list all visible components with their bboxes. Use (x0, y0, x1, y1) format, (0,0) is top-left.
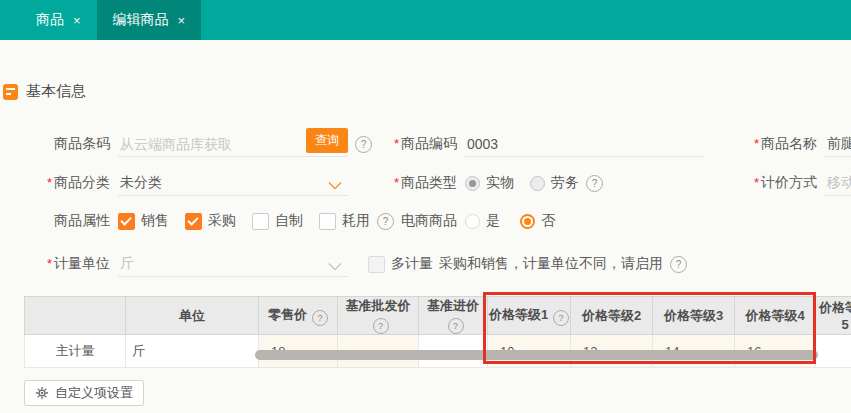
attr-purchase-label: 采购 (208, 212, 236, 230)
radio-physical-icon[interactable] (465, 176, 480, 191)
required-mark: * (754, 136, 759, 151)
unit-select[interactable]: 斤 (118, 251, 348, 277)
type-help-icon[interactable]: ? (586, 175, 603, 192)
required-mark: * (394, 175, 399, 190)
ecommerce-yes-label: 是 (486, 212, 500, 230)
barcode-field: 商品条码 查询 ? (24, 131, 372, 157)
chevron-down-icon (328, 176, 342, 190)
custom-fields-settings-button[interactable]: 自定义项设置 (24, 380, 144, 406)
tab-goods-label: 商品 (36, 11, 64, 29)
col-header-level3: 价格等级3 (653, 297, 735, 335)
note-icon (3, 84, 18, 100)
tab-bar: 商品 × 编辑商品 × (0, 0, 851, 40)
category-select[interactable]: 未分类 (118, 170, 348, 196)
gear-icon (35, 386, 49, 400)
cell-unit: 斤 (126, 335, 259, 368)
code-input[interactable] (465, 136, 705, 152)
attr-sale-option[interactable]: 销售 (118, 212, 185, 230)
checkbox-selfmade-icon[interactable] (252, 213, 269, 230)
tab-goods-close-icon[interactable]: × (73, 14, 81, 27)
basic-info-section-header: 基本信息 (3, 82, 86, 101)
section-title: 基本信息 (26, 82, 86, 101)
ecommerce-no-label: 否 (541, 212, 555, 230)
tab-edit-goods-label: 编辑商品 (113, 11, 169, 29)
multiunit-label: 多计量 (391, 255, 433, 273)
checkbox-multiunit-icon[interactable] (368, 256, 385, 273)
pricing-value: 移动平均 (825, 174, 851, 192)
ecommerce-option-yes[interactable]: 是 (465, 212, 516, 230)
col-header-purchase: 基准进价? (419, 297, 488, 335)
attr-purchase-option[interactable]: 采购 (185, 212, 252, 230)
unit-value: 斤 (118, 255, 134, 273)
ecommerce-option-no[interactable]: 否 (520, 212, 555, 230)
attr-consume-option[interactable]: 耗用 (319, 212, 370, 230)
multiunit-hint: 采购和销售，计量单位不同，请启用 (439, 255, 663, 273)
pricing-label: *计价方式 (733, 174, 817, 192)
checkbox-sale-icon[interactable] (118, 213, 135, 230)
col-header-retail: 零售价? (259, 297, 338, 335)
col-header-level2: 价格等级2 (571, 297, 653, 335)
tab-goods[interactable]: 商品 × (20, 0, 97, 40)
query-button[interactable]: 查询 (306, 128, 348, 153)
radio-service-icon[interactable] (530, 176, 545, 191)
barcode-label: 商品条码 (24, 135, 110, 153)
type-label: *商品类型 (381, 174, 457, 192)
tab-edit-goods[interactable]: 编辑商品 × (97, 0, 202, 40)
level1-help-icon[interactable]: ? (553, 310, 569, 326)
name-input[interactable] (825, 136, 851, 152)
required-mark: * (754, 175, 759, 190)
name-field: *商品名称 (733, 131, 851, 157)
multiunit-help-icon[interactable]: ? (670, 256, 687, 273)
type-option-service-label: 劳务 (551, 174, 579, 192)
barcode-help-icon[interactable]: ? (355, 136, 372, 153)
tab-edit-goods-close-icon[interactable]: × (178, 14, 186, 27)
barcode-control: 查询 (118, 131, 348, 157)
retail-help-icon[interactable]: ? (312, 310, 328, 326)
category-value: 未分类 (118, 174, 162, 192)
purchase-help-icon[interactable]: ? (448, 318, 464, 334)
col-header-level5: 价格等级5 (816, 297, 851, 335)
unit-label: *计量单位 (24, 255, 110, 273)
col-header-unit: 单位 (126, 297, 259, 335)
cell-price-level5[interactable] (816, 335, 851, 368)
attr-sale-label: 销售 (141, 212, 169, 230)
pricing-field: *计价方式 移动平均 (733, 170, 851, 196)
code-field: *商品编码 (381, 131, 705, 157)
ecommerce-field: 电商商品 是 否 (381, 208, 555, 234)
attr-selfmade-label: 自制 (275, 212, 303, 230)
horizontal-scrollbar-thumb[interactable] (255, 350, 818, 360)
category-field: *商品分类 未分类 (24, 170, 348, 196)
edit-product-page: 商品 × 编辑商品 × 基本信息 商品条码 查询 ? *商品编码 *商品名称 (0, 0, 851, 413)
attr-selfmade-option[interactable]: 自制 (252, 212, 319, 230)
table-header-row: 单位 零售价? 基准批发价? 基准进价? 价格等级1? 价格等级2 价格等级3 … (25, 297, 851, 335)
attr-consume-label: 耗用 (342, 212, 370, 230)
type-option-physical-label: 实物 (486, 174, 514, 192)
required-mark: * (47, 256, 52, 271)
type-option-physical[interactable]: 实物 (465, 174, 530, 192)
radio-no-icon[interactable] (520, 214, 535, 229)
wholesale-help-icon[interactable]: ? (373, 318, 389, 334)
ecommerce-label: 电商商品 (381, 212, 457, 230)
col-header-blank (25, 297, 126, 335)
col-header-level1: 价格等级1? (488, 297, 571, 335)
multiunit-field: 多计量 采购和销售，计量单位不同，请启用 ? (368, 251, 687, 277)
name-label: *商品名称 (733, 135, 817, 153)
checkbox-consume-icon[interactable] (319, 213, 336, 230)
col-header-wholesale: 基准批发价? (338, 297, 419, 335)
cell-row-name: 主计量 (25, 335, 126, 368)
pricing-control: 移动平均 (825, 170, 851, 196)
unit-field: *计量单位 斤 (24, 251, 348, 277)
name-control (825, 131, 851, 157)
col-header-level4: 价格等级4 (735, 297, 816, 335)
chevron-down-icon (328, 257, 342, 271)
checkbox-purchase-icon[interactable] (185, 213, 202, 230)
type-option-service[interactable]: 劳务 (530, 174, 579, 192)
code-control (465, 131, 705, 157)
required-mark: * (47, 175, 52, 190)
price-table: 单位 零售价? 基准批发价? 基准进价? 价格等级1? 价格等级2 价格等级3 … (24, 296, 851, 368)
radio-yes-icon[interactable] (465, 214, 480, 229)
attributes-label: 商品属性 (24, 212, 110, 230)
category-label: *商品分类 (24, 174, 110, 192)
attributes-field: 商品属性 销售 采购 自制 耗用 ? (24, 208, 394, 234)
required-mark: * (394, 136, 399, 151)
